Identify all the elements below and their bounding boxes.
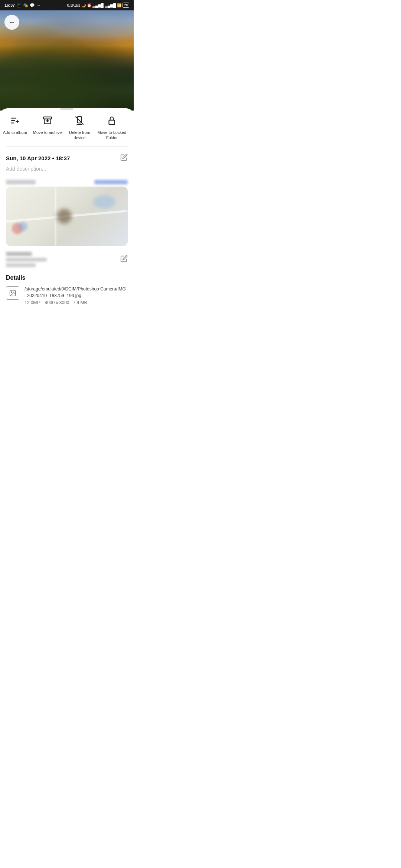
edit-date-icon[interactable] [120,154,128,163]
bottom-sheet: Add to album Move to archive [0,108,134,311]
details-section: Details /storage/emulated/0/DCIM/Photosh… [0,272,134,311]
use-as-button[interactable]: Use [129,114,134,142]
blur-line-1 [6,252,32,256]
delete-from-device-icon [75,116,84,128]
more-icon: ··· [36,3,40,7]
map-container[interactable] [6,187,128,246]
delete-from-device-button[interactable]: Delete from device [65,114,94,142]
svg-line-9 [76,116,84,125]
map-blue-marker [18,222,27,231]
location-text-blur [6,252,47,267]
status-bar: 16:37 📱 🎭 💬 ··· 0.3KB/s 🌙 ⏰ ▂▄▆█ ▂▄▆█ 📶 … [0,0,134,10]
file-meta: 12.0MP 4000 x 3000 7.9 MB [25,300,128,305]
file-detail-row: /storage/emulated/0/DCIM/Photoshop Camer… [6,286,128,305]
file-image-icon [6,286,19,300]
network-speed: 0.3KB/s [67,3,80,7]
action-bar: Add to album Move to archive [0,110,134,145]
location-row [0,249,134,270]
map-center-pin [57,209,72,224]
sim-icon: 📱 [16,3,22,8]
map-label-row [6,180,128,184]
time: 16:37 [4,3,15,7]
file-detail-text: /storage/emulated/0/DCIM/Photoshop Camer… [25,286,128,305]
photo-container: ← [0,10,134,111]
map-road-vertical [55,187,56,246]
add-to-album-icon [10,116,20,128]
blur-line-2 [6,258,47,262]
moon-icon: 🌙 [81,3,86,7]
battery-indicator: 70 [123,3,129,8]
dimensions-strikethrough: 4000 x 3000 [45,300,69,305]
move-to-locked-folder-label: Move to Locked Folder [97,130,126,141]
status-left: 16:37 📱 🎭 💬 ··· [4,3,40,8]
details-heading: Details [6,274,128,281]
signal2-icon: ▂▄▆█ [105,3,116,7]
location-label-blur [6,180,36,184]
map-section [0,180,134,249]
date-row: Sun, 10 Apr 2022 • 18:37 [6,154,128,163]
svg-point-13 [11,291,12,292]
signal1-icon: ▂▄▆█ [92,3,104,7]
blur-line-3 [6,263,36,267]
add-to-album-label: Add to album [3,130,27,135]
map-water-patch [93,195,115,208]
cloud-layer [0,10,134,56]
delete-from-device-label: Delete from device [69,130,90,141]
file-path: /storage/emulated/0/DCIM/Photoshop Camer… [25,286,128,299]
status-right: 0.3KB/s 🌙 ⏰ ▂▄▆█ ▂▄▆█ 📶 70 [67,3,129,8]
divider-1 [6,147,128,147]
move-to-locked-folder-icon [107,116,117,128]
wifi-icon: 📶 [117,3,121,7]
back-button[interactable]: ← [4,15,19,30]
move-to-locked-folder-button[interactable]: Move to Locked Folder [94,114,129,142]
move-to-archive-button[interactable]: Move to archive [30,114,65,142]
move-to-archive-label: Move to archive [33,130,62,135]
alarm-icon: ⏰ [87,3,91,7]
mask-icon: 🎭 [23,3,28,8]
whatsapp-icon: 💬 [30,3,35,8]
description-field[interactable]: Add description... [6,166,128,172]
location-link-blur [94,180,128,184]
photo-info-section: Sun, 10 Apr 2022 • 18:37 Add description… [0,148,134,180]
add-to-album-button[interactable]: Add to album [0,114,30,142]
svg-rect-10 [109,120,115,125]
photo-date-time: Sun, 10 Apr 2022 • 18:37 [6,155,70,161]
move-to-archive-icon [43,116,52,128]
svg-rect-5 [43,117,52,119]
edit-location-icon[interactable] [120,255,128,264]
